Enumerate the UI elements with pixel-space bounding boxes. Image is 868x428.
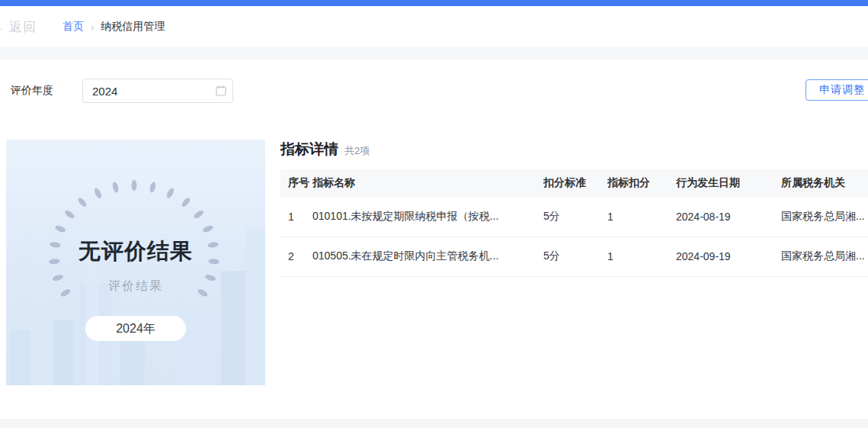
breadcrumb: 首页 › 纳税信用管理 [62, 20, 165, 34]
top-accent-bar [0, 0, 868, 6]
cell-deduction-standard: 5分 [543, 197, 607, 237]
cell-deduction: 1 [607, 197, 676, 237]
col-header-deduction: 指标扣分 [607, 169, 676, 197]
breadcrumb-bar: ← 返回 首页 › 纳税信用管理 [0, 6, 868, 47]
year-filter-label: 评价年度 [11, 84, 58, 98]
col-header-seq: 序号 [280, 169, 312, 197]
cell-authority: 国家税务总局湘... [781, 197, 868, 237]
breadcrumb-current: 纳税信用管理 [101, 20, 165, 34]
col-header-authority: 所属税务机关 [781, 169, 868, 197]
cell-indicator-name: 010505.未在规定时限内向主管税务机... [312, 237, 543, 276]
year-picker[interactable] [82, 79, 233, 103]
cell-indicator-name: 010101.未按规定期限纳税申报（按税... [312, 197, 543, 237]
back-button[interactable]: ← 返回 [0, 18, 37, 36]
evaluation-result-caption: 评价结果 [6, 278, 265, 294]
footer-strip [0, 419, 868, 428]
table-row: 2 010505.未在规定时限内向主管税务机... 5分 1 2024-09-1… [280, 237, 868, 276]
evaluation-result-card: 无评价结果 评价结果 2024年 [6, 140, 265, 385]
indicator-table: 序号 指标名称 扣分标准 指标扣分 行为发生日期 所属税务机关 1 010101… [280, 169, 868, 277]
cell-deduction-standard: 5分 [543, 237, 607, 276]
year-badge: 2024年 [85, 316, 186, 341]
filter-row: 评价年度 申请调整 [0, 79, 868, 103]
col-header-deduction-standard: 扣分标准 [543, 169, 607, 197]
apply-adjustment-button[interactable]: 申请调整 [806, 79, 868, 101]
evaluation-result-text: 无评价结果 [6, 237, 265, 267]
cell-seq: 2 [280, 237, 312, 276]
arrow-left-icon: ← [0, 21, 5, 34]
cell-date: 2024-08-19 [676, 197, 781, 237]
breadcrumb-separator-icon: › [91, 21, 94, 33]
cell-seq: 1 [280, 197, 312, 237]
table-row: 1 010101.未按规定期限纳税申报（按税... 5分 1 2024-08-1… [280, 197, 868, 237]
section-title: 指标详情 [280, 140, 338, 159]
cell-date: 2024-09-19 [676, 237, 781, 276]
back-label: 返回 [9, 18, 37, 36]
year-input[interactable] [82, 79, 233, 103]
cell-authority: 国家税务总局湘... [781, 237, 868, 276]
indicator-title-row: 指标详情 共2项 [280, 140, 868, 159]
cell-deduction: 1 [607, 237, 676, 276]
indicator-detail-section: 指标详情 共2项 序号 指标名称 扣分标准 指标扣分 行为发生日期 所属税务机关… [280, 140, 868, 277]
col-header-date: 行为发生日期 [676, 169, 781, 197]
breadcrumb-home-link[interactable]: 首页 [62, 20, 84, 34]
item-count-badge: 共2项 [344, 144, 370, 158]
col-header-name: 指标名称 [312, 169, 543, 197]
section-divider-strip [0, 47, 868, 60]
table-header-row: 序号 指标名称 扣分标准 指标扣分 行为发生日期 所属税务机关 [280, 169, 868, 197]
